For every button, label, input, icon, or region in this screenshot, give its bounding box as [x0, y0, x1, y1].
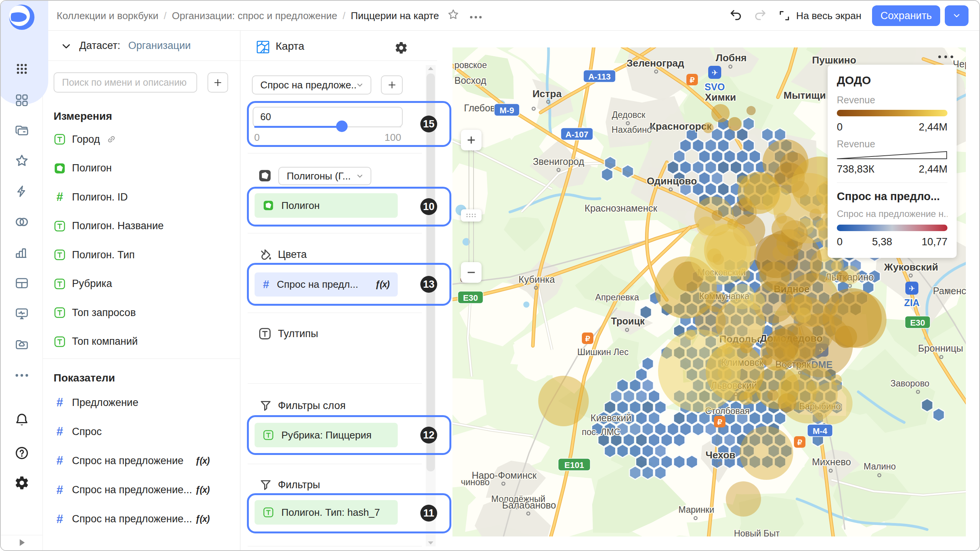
breadcrumb-separator: /: [343, 10, 345, 22]
field-search-input[interactable]: [54, 72, 197, 93]
dimension-row-2[interactable]: #Полигон. ID: [54, 189, 128, 205]
colors-chip-label: Спрос на предл...: [277, 279, 358, 290]
number-field-icon: #: [263, 278, 269, 291]
svg-text:✈: ✈: [909, 284, 915, 293]
dataset-name-link[interactable]: Организации: [128, 40, 191, 52]
favorites-icon[interactable]: [14, 153, 29, 170]
measure-row-0[interactable]: #Предложение: [54, 394, 138, 411]
dimension-row-7[interactable]: Топ компаний: [54, 333, 138, 350]
opacity-slider-handle[interactable]: [336, 121, 348, 132]
dashboards-icon[interactable]: [15, 93, 29, 109]
svg-text:Троицк: Троицк: [611, 316, 645, 326]
layer-filter-chip[interactable]: Рубрика: Пиццерия: [255, 423, 398, 447]
layer-select[interactable]: Спрос на предложе...: [252, 75, 371, 95]
svg-text:пос. ЛМС: пос. ЛМС: [582, 427, 620, 437]
storage-icon[interactable]: [15, 337, 29, 353]
svg-text:Маринки: Маринки: [678, 505, 714, 515]
formula-icon: ƒ(x): [195, 514, 209, 524]
svg-text:А-107: А-107: [565, 130, 588, 139]
field-name: Предложение: [72, 397, 138, 409]
fullscreen-control[interactable]: На весь экран: [778, 9, 861, 22]
zoom-slider-track[interactable]: [469, 150, 474, 262]
apps-grid-icon[interactable]: [13, 60, 30, 79]
link-icon: [106, 134, 117, 145]
svg-text:Химки: Химки: [705, 91, 736, 103]
add-layer-button[interactable]: [381, 75, 403, 95]
dimension-row-1[interactable]: Полигон: [54, 160, 112, 177]
tooltips-icon: [258, 327, 271, 342]
filter-chip[interactable]: Полигон. Тип: hash_7: [255, 500, 398, 525]
dimension-row-4[interactable]: Полигон. Тип: [54, 246, 135, 263]
zoom-in-button[interactable]: [461, 130, 482, 150]
measure-row-1[interactable]: #Спрос: [54, 423, 102, 440]
operations-icon[interactable]: [15, 184, 29, 200]
string-field-icon: [54, 336, 65, 347]
legend-colors-gradient: [837, 225, 947, 231]
save-dropdown-button[interactable]: [945, 5, 969, 26]
svg-text:М-4: М-4: [813, 426, 828, 436]
breadcrumb-more-icon[interactable]: [469, 10, 483, 22]
notifications-icon[interactable]: [14, 412, 29, 429]
breadcrumb-workbook[interactable]: Организации: спрос и предложение: [172, 10, 337, 22]
svg-text:Михнево: Михнево: [812, 456, 851, 467]
legend-colors-min: 0: [837, 236, 843, 248]
monitoring-icon[interactable]: [15, 306, 29, 323]
svg-text:Нахабино: Нахабино: [612, 125, 652, 135]
number-field-icon: #: [56, 454, 63, 468]
svg-text:Раменское: Раменское: [933, 285, 966, 296]
settings-icon[interactable]: [14, 475, 29, 492]
measure-row-2[interactable]: #Спрос на предложениеƒ(x): [54, 452, 183, 469]
map-options-icon[interactable]: [936, 51, 955, 62]
dimension-row-5[interactable]: Рубрика: [54, 276, 112, 292]
chart-settings-gear-icon[interactable]: [394, 41, 408, 56]
redo-icon[interactable]: [753, 8, 767, 23]
dimension-row-6[interactable]: Топ запросов: [54, 304, 136, 321]
add-field-button[interactable]: [207, 72, 228, 93]
charts-icon[interactable]: [15, 245, 29, 261]
favorite-star-icon[interactable]: [447, 8, 460, 24]
legend-colors-max: 10,77: [921, 236, 947, 248]
svg-text:Восход: Восход: [454, 75, 487, 86]
annotation-badge-11: 11: [420, 505, 437, 522]
field-name: Спрос на предложение...: [72, 513, 192, 525]
collections-icon[interactable]: [15, 123, 29, 139]
measure-row-3[interactable]: #Спрос на предложение...ƒ(x): [54, 482, 192, 499]
tables-icon[interactable]: [15, 276, 29, 292]
zoom-out-button[interactable]: [461, 262, 482, 283]
colors-field-chip[interactable]: # Спрос на предл... ƒ(x): [255, 272, 398, 297]
chart-type-header: Карта: [240, 31, 437, 61]
svg-text:Киевский: Киевский: [591, 412, 632, 423]
dimension-row-3[interactable]: Полигон. Название: [54, 218, 164, 235]
scrollbar-thumb[interactable]: [426, 73, 435, 471]
dataset-collapse-icon[interactable]: [61, 41, 72, 53]
datalens-logo[interactable]: [8, 3, 36, 33]
dataset-header[interactable]: Датасет: Организации: [43, 31, 240, 61]
panel-scrollbar[interactable]: [426, 65, 436, 546]
map-legend-card: ДОДО Revenue 0 2,44M Revenue 738,83К 2,4…: [828, 65, 957, 258]
legend-colors-mid: 5,38: [872, 236, 892, 248]
filters-icon: [259, 478, 272, 493]
top-bar: Коллекции и воркбуки / Организации: спро…: [43, 1, 979, 31]
layer-filters-icon: [259, 399, 272, 414]
breadcrumb-collections[interactable]: Коллекции и воркбуки: [57, 10, 158, 22]
string-field-icon: [54, 307, 65, 318]
more-icon[interactable]: [14, 372, 29, 379]
undo-icon[interactable]: [729, 8, 743, 23]
measure-row-4[interactable]: #Спрос на предложение...ƒ(x): [54, 511, 192, 528]
geolayer-select[interactable]: Полигоны (Г...: [278, 167, 371, 185]
save-button[interactable]: Сохранить: [872, 5, 940, 26]
zoom-slider-handle[interactable]: [461, 209, 482, 222]
opacity-input[interactable]: [253, 107, 403, 127]
legend-colors-label: Спрос на предложение н...: [837, 209, 947, 219]
geopolygon-icon: [263, 200, 274, 211]
svg-text:SVO: SVO: [705, 82, 725, 92]
expand-rail-icon[interactable]: [17, 538, 27, 549]
filters-title: Фильтры: [278, 479, 320, 491]
dimension-row-0[interactable]: Город: [54, 131, 117, 148]
help-icon[interactable]: [14, 445, 29, 462]
svg-text:Мытищи: Мытищи: [784, 90, 826, 101]
geopolygon-field-chip[interactable]: Полигон: [255, 193, 398, 218]
relations-icon[interactable]: [14, 214, 29, 231]
colors-title: Цвета: [278, 249, 307, 261]
svg-text:Звенигород: Звенигород: [533, 156, 585, 167]
